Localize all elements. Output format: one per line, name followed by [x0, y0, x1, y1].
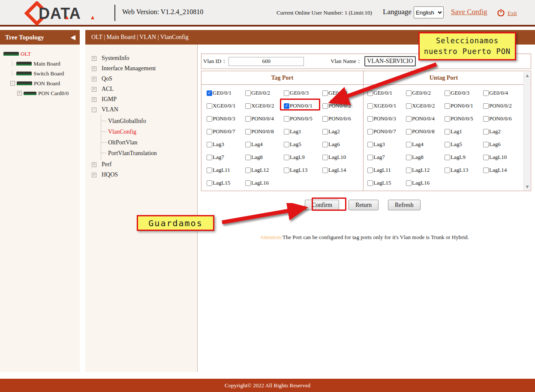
untag-port-pon0-0-7[interactable]: PON0/0/7 — [367, 125, 406, 138]
menu-item-vlanconfig[interactable]: VlanConfig — [101, 126, 197, 137]
exit-link[interactable]: Exit — [508, 10, 517, 17]
vlan-name-input[interactable] — [364, 56, 416, 66]
untag-checkbox-lagl16[interactable] — [406, 180, 412, 186]
tag-checkbox-lag1[interactable] — [284, 129, 289, 135]
untag-checkbox-pon0-0-1[interactable] — [445, 103, 450, 109]
tag-port-ge0-0-2[interactable]: GE0/0/2 — [245, 87, 284, 99]
tag-checkbox-lag8[interactable] — [245, 155, 251, 160]
tree-collapse-icon[interactable]: ◀ — [70, 33, 75, 41]
expand-plus-icon[interactable]: + — [92, 173, 96, 177]
tag-checkbox-xge0-0-2[interactable] — [245, 103, 251, 109]
untag-checkbox-pon0-0-6[interactable] — [483, 116, 489, 122]
tag-port-ge0-0-4[interactable]: GE0/0/4 — [322, 87, 361, 99]
untag-checkbox-ge0-0-3[interactable] — [445, 90, 450, 96]
tag-checkbox-pon0-0-8[interactable] — [245, 129, 251, 135]
tree-node-pon-board[interactable]: -PON Board — [2, 78, 78, 88]
untag-checkbox-lag7[interactable] — [367, 155, 373, 160]
untag-checkbox-ge0-0-2[interactable] — [406, 90, 412, 96]
tag-port-lag7[interactable]: Lag7 — [207, 151, 245, 164]
expand-plus-icon[interactable]: + — [92, 66, 96, 71]
untag-checkbox-ge0-0-4[interactable] — [483, 90, 489, 96]
tag-checkbox-pon0-0-3[interactable] — [207, 116, 212, 122]
untag-port-lag5[interactable]: Lag5 — [445, 138, 483, 151]
untag-checkbox-lagl11[interactable] — [367, 168, 373, 173]
tag-port-ge0-0-3[interactable]: GE0/0/3 — [284, 87, 322, 99]
menu-item-acl[interactable]: +ACL — [92, 84, 197, 94]
menu-item-systeminfo[interactable]: +SystemInfo — [92, 53, 197, 63]
untag-checkbox-pon0-0-3[interactable] — [367, 116, 373, 122]
tag-port-lagl14[interactable]: LagL14 — [322, 164, 361, 177]
tag-port-lag3[interactable]: Lag3 — [207, 138, 245, 151]
menu-item-igmp[interactable]: +IGMP — [92, 94, 197, 105]
tag-checkbox-lag3[interactable] — [207, 142, 212, 147]
untag-port-pon0-0-2[interactable]: PON0/0/2 — [483, 99, 522, 112]
tag-port-lagl15[interactable]: LagL15 — [207, 177, 245, 189]
untag-port-lagl10[interactable]: LagL10 — [483, 151, 522, 164]
tag-port-pon0-0-2[interactable]: PON0/0/2 — [322, 99, 361, 112]
untag-port-ge0-0-4[interactable]: GE0/0/4 — [483, 87, 522, 99]
power-icon[interactable] — [497, 9, 505, 16]
untag-checkbox-lagl12[interactable] — [406, 168, 412, 173]
untag-checkbox-lagl9[interactable] — [445, 155, 450, 160]
untag-checkbox-lagl15[interactable] — [367, 180, 373, 186]
untag-checkbox-pon0-0-7[interactable] — [367, 129, 373, 135]
expand-plus-icon[interactable]: + — [17, 91, 22, 96]
collapse-minus-icon[interactable]: - — [10, 81, 15, 86]
untag-port-ge0-0-1[interactable]: GE0/0/1 — [367, 87, 406, 99]
untag-checkbox-ge0-0-1[interactable] — [367, 90, 373, 96]
tag-checkbox-lagl13[interactable] — [284, 168, 289, 173]
menu-item-qos[interactable]: +QoS — [92, 74, 197, 84]
tree-node-pon-card0-0[interactable]: +PON Card0/0 — [2, 88, 78, 98]
expand-plus-icon[interactable]: + — [92, 97, 96, 102]
tag-checkbox-lagl14[interactable] — [322, 168, 328, 173]
tag-checkbox-lag7[interactable] — [207, 155, 212, 160]
tag-port-lagl13[interactable]: LagL13 — [284, 164, 322, 177]
untag-checkbox-xge0-0-2[interactable] — [406, 103, 412, 109]
tag-port-pon0-0-5[interactable]: PON0/0/5 — [284, 112, 322, 125]
untag-port-lag8[interactable]: Lag8 — [406, 151, 445, 164]
untag-checkbox-pon0-0-8[interactable] — [406, 129, 412, 135]
untag-checkbox-lag8[interactable] — [406, 155, 412, 160]
tag-checkbox-lag2[interactable] — [322, 129, 328, 135]
untag-port-pon0-0-4[interactable]: PON0/0/4 — [406, 112, 445, 125]
tag-port-lagl16[interactable]: LagL16 — [245, 177, 284, 189]
expand-plus-icon[interactable]: + — [92, 77, 96, 81]
tag-checkbox-lagl11[interactable] — [207, 168, 212, 173]
tag-port-pon0-0-3[interactable]: PON0/0/3 — [207, 112, 245, 125]
untag-checkbox-lagl13[interactable] — [445, 168, 450, 173]
tag-checkbox-lagl15[interactable] — [207, 180, 212, 186]
tag-port-lag5[interactable]: Lag5 — [284, 138, 322, 151]
untag-port-pon0-0-6[interactable]: PON0/0/6 — [483, 112, 522, 125]
untag-port-lagl9[interactable]: LagL9 — [445, 151, 483, 164]
tree-node-switch-board[interactable]: ┊–Switch Board — [2, 69, 78, 78]
tag-checkbox-pon0-0-4[interactable] — [245, 116, 251, 122]
untag-checkbox-lag5[interactable] — [445, 142, 450, 147]
tag-port-lag2[interactable]: Lag2 — [322, 125, 361, 138]
tag-port-ge0-0-1[interactable]: ✓GE0/0/1 — [207, 87, 245, 99]
tag-checkbox-lagl16[interactable] — [245, 180, 251, 186]
tag-port-lagl10[interactable]: LagL10 — [322, 151, 361, 164]
vlan-id-input[interactable] — [228, 57, 304, 66]
untag-port-lagl13[interactable]: LagL13 — [445, 164, 483, 177]
tag-port-xge0-0-1[interactable]: XGE0/0/1 — [207, 99, 245, 112]
tree-node-olt[interactable]: OLT — [2, 49, 78, 59]
untag-port-lagl11[interactable]: LagL11 — [367, 164, 406, 177]
untag-checkbox-pon0-0-2[interactable] — [483, 103, 489, 109]
menu-item-oltportvlan[interactable]: OltPortVlan — [101, 137, 197, 148]
tag-checkbox-lagl10[interactable] — [322, 155, 328, 160]
tree-node-main-board[interactable]: ┊–Main Board — [2, 59, 78, 69]
tag-port-pon0-0-8[interactable]: PON0/0/8 — [245, 125, 284, 138]
tag-checkbox-ge0-0-3[interactable] — [284, 90, 289, 96]
menu-item-interface-management[interactable]: +Interface Management — [92, 63, 197, 74]
untag-port-lagl14[interactable]: LagL14 — [483, 164, 522, 177]
menu-item-portvlantranslation[interactable]: PortVlanTranslation — [101, 148, 197, 159]
tag-checkbox-xge0-0-1[interactable] — [207, 103, 212, 109]
save-config-link[interactable]: Save Config — [451, 8, 487, 16]
tag-port-xge0-0-2[interactable]: XGE0/0/2 — [245, 99, 284, 112]
tag-port-lagl11[interactable]: LagL11 — [207, 164, 245, 177]
tag-port-lag8[interactable]: Lag8 — [245, 151, 284, 164]
refresh-button[interactable]: Refresh — [388, 200, 421, 210]
tag-checkbox-ge0-0-4[interactable] — [322, 90, 328, 96]
tag-port-lag6[interactable]: Lag6 — [322, 138, 361, 151]
untag-checkbox-lagl10[interactable] — [483, 155, 489, 160]
